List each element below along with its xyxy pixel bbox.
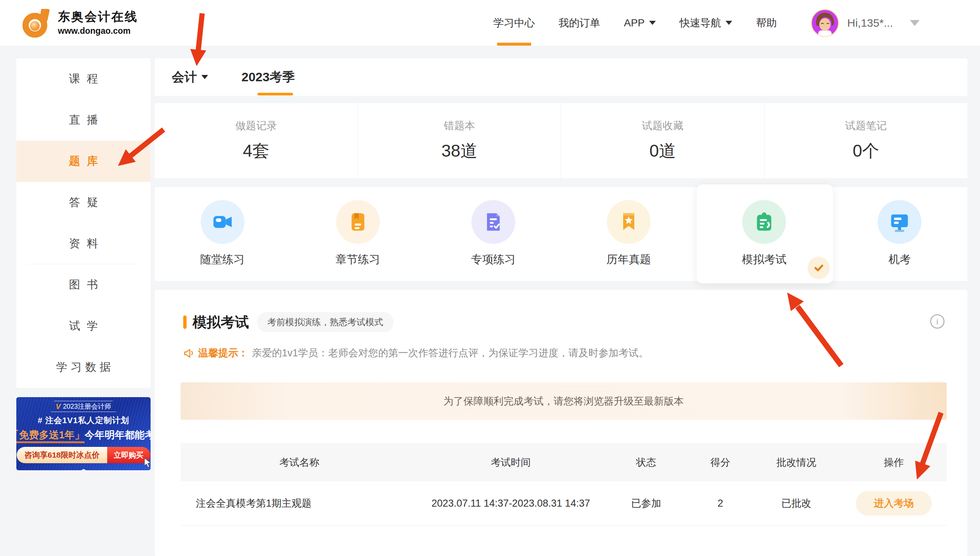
- stat-label: 错题本: [444, 119, 475, 133]
- nav-item-app[interactable]: APP: [624, 0, 656, 46]
- promo-cta[interactable]: 咨询享618限时冰点价 立即购买: [17, 447, 150, 463]
- nav-label: 我的订单: [559, 16, 600, 30]
- promo-banner[interactable]: V 2023注册会计师 # 注会1V1私人定制计划 「免费多送1年」今年明年都能…: [16, 397, 151, 470]
- computer-icon: [878, 200, 921, 244]
- section-title: 模拟考试: [192, 313, 249, 332]
- dongao-logo-icon: [21, 5, 52, 39]
- sidebar-item-courses[interactable]: 课程: [16, 58, 151, 99]
- exam-table-header: 考试名称 考试时间 状态 得分 批改情况 操作: [181, 443, 947, 482]
- practice-label: 机考: [888, 252, 911, 267]
- stat-practice-record[interactable]: 做题记录 4套: [155, 103, 358, 178]
- notebook-icon: [336, 200, 380, 244]
- user-greeting[interactable]: Hi,135*...: [847, 17, 893, 29]
- browser-upgrade-notice: 为了保障顺利完成考试，请您将浏览器升级至最新版本: [181, 382, 947, 420]
- section-subtitle-badge: 考前模拟演练，熟悉考试模式: [257, 312, 393, 332]
- exam-time: 2023.07.11 14:37-2023.08.31 14:37: [418, 498, 603, 509]
- exam-table-row: 注会全真模考第1期主观题 2023.07.11 14:37-2023.08.31…: [181, 482, 947, 525]
- stat-label: 试题收藏: [642, 119, 683, 133]
- exam-name: 注会全真模考第1期主观题: [181, 496, 418, 510]
- stat-value: 38道: [442, 139, 477, 163]
- nav-item-help[interactable]: 帮助: [756, 0, 777, 46]
- promo-highlight: 「免费多送1年」: [16, 430, 85, 443]
- practice-item-special[interactable]: 专项练习: [426, 187, 561, 281]
- promo-line2-rest: 今年明年都能考!: [85, 430, 151, 441]
- chevron-down-icon[interactable]: [910, 20, 920, 26]
- carousel-dot[interactable]: [81, 469, 86, 470]
- mock-exam-section: 模拟考试 考前模拟演练，熟悉考试模式 i 温馨提示： 亲爱的1v1学员：老师会对…: [155, 290, 967, 556]
- sidebar: 课程 直播 题库 答疑 资料 图书 试学 学习数据: [16, 58, 151, 388]
- bookmark-star-icon: [607, 200, 651, 244]
- exam-review-status: 已批改: [752, 496, 841, 510]
- promo-badge: V 2023注册会计师: [51, 401, 116, 412]
- nav-label: APP: [624, 17, 645, 29]
- stat-notes[interactable]: 试题笔记 0个: [764, 103, 967, 178]
- top-header: 东奥会计在线 www.dongao.com 学习中心 我的订单 APP 快速导航…: [0, 0, 980, 46]
- practice-item-past-papers[interactable]: 历年真题: [561, 187, 696, 281]
- season-label: 2023考季: [242, 69, 295, 86]
- sidebar-item-study-data[interactable]: 学习数据: [16, 347, 151, 388]
- stats-bar: 做题记录 4套 错题本 38道 试题收藏 0道 试题笔记 0个: [155, 103, 967, 178]
- sidebar-item-question-bank[interactable]: 题库: [16, 141, 151, 182]
- subject-tab-bar: 会计 2023考季: [155, 58, 967, 96]
- site-title: 东奥会计在线: [58, 8, 138, 25]
- promo-cta-left[interactable]: 咨询享618限时冰点价: [17, 447, 107, 463]
- sidebar-item-books[interactable]: 图书: [16, 264, 151, 305]
- warm-tip-row: 温馨提示： 亲爱的1v1学员：老师会对您的第一次作答进行点评，为保证学习进度，请…: [183, 346, 649, 360]
- col-header-action: 操作: [841, 456, 947, 469]
- video-camera-icon: [201, 200, 245, 244]
- warm-tip-label: 温馨提示：: [198, 346, 248, 360]
- promo-badge-text: 2023注册会计师: [63, 402, 111, 411]
- practice-label: 随堂练习: [200, 252, 245, 267]
- stat-label: 做题记录: [235, 119, 277, 133]
- active-tab-underline: [258, 93, 293, 95]
- megaphone-icon: [183, 348, 194, 359]
- clipboard-exam-icon: [742, 200, 786, 244]
- logo-text: 东奥会计在线 www.dongao.com: [58, 8, 138, 36]
- top-nav: 学习中心 我的订单 APP 快速导航 帮助: [493, 0, 777, 46]
- nav-item-study-center[interactable]: 学习中心: [493, 0, 535, 46]
- section-accent-bar: [183, 315, 187, 329]
- stat-favorites[interactable]: 试题收藏 0道: [561, 103, 764, 178]
- subject-dropdown[interactable]: 会计: [172, 58, 208, 96]
- promo-line1: # 注会1V1私人定制计划: [38, 415, 129, 426]
- sidebar-item-materials[interactable]: 资料: [16, 223, 151, 264]
- col-header-exam-time: 考试时间: [418, 456, 603, 469]
- stat-value: 4套: [243, 139, 270, 163]
- tab-season-2023[interactable]: 2023考季: [242, 58, 295, 96]
- sidebar-item-live[interactable]: 直播: [16, 99, 151, 141]
- site-logo[interactable]: 东奥会计在线 www.dongao.com: [21, 5, 138, 39]
- practice-item-chapter[interactable]: 章节练习: [290, 187, 426, 281]
- practice-item-in-class[interactable]: 随堂练习: [155, 187, 290, 281]
- practice-columns: 随堂练习 章节练习: [155, 187, 967, 281]
- info-icon[interactable]: i: [930, 314, 945, 328]
- active-nav-underline: [497, 43, 531, 46]
- cursor-icon: [143, 457, 151, 468]
- avatar[interactable]: [811, 9, 839, 37]
- nav-item-my-orders[interactable]: 我的订单: [559, 0, 600, 46]
- enter-exam-button[interactable]: 进入考场: [856, 491, 932, 516]
- practice-label: 章节练习: [336, 252, 380, 267]
- page: 东奥会计在线 www.dongao.com 学习中心 我的订单 APP 快速导航…: [0, 0, 980, 556]
- practice-item-mock-exam[interactable]: 模拟考试: [696, 187, 832, 281]
- site-url: www.dongao.com: [58, 26, 138, 36]
- section-header: 模拟考试 考前模拟演练，熟悉考试模式: [183, 312, 393, 332]
- task-list-icon: [471, 200, 515, 244]
- subject-label: 会计: [172, 69, 197, 86]
- col-header-exam-name: 考试名称: [181, 456, 418, 469]
- sidebar-item-trial[interactable]: 试学: [16, 305, 151, 347]
- stat-label: 试题笔记: [845, 119, 887, 133]
- practice-item-computer-exam[interactable]: 机考: [832, 187, 967, 281]
- v-logo-icon: V: [56, 402, 60, 411]
- stat-wrong-questions[interactable]: 错题本 38道: [358, 103, 561, 178]
- user-area[interactable]: Hi,135*...: [811, 0, 920, 46]
- practice-label: 历年真题: [606, 252, 651, 267]
- chevron-down-icon: [725, 21, 732, 25]
- nav-item-quick-nav[interactable]: 快速导航: [680, 0, 732, 46]
- notice-text: 为了保障顺利完成考试，请您将浏览器升级至最新版本: [444, 394, 684, 408]
- promo-content: V 2023注册会计师 # 注会1V1私人定制计划 「免费多送1年」今年明年都能…: [16, 397, 151, 470]
- col-header-review: 批改情况: [752, 456, 841, 469]
- col-header-status: 状态: [603, 456, 689, 469]
- col-header-score: 得分: [689, 456, 752, 469]
- stat-value: 0道: [650, 139, 676, 163]
- sidebar-item-qa[interactable]: 答疑: [16, 182, 151, 223]
